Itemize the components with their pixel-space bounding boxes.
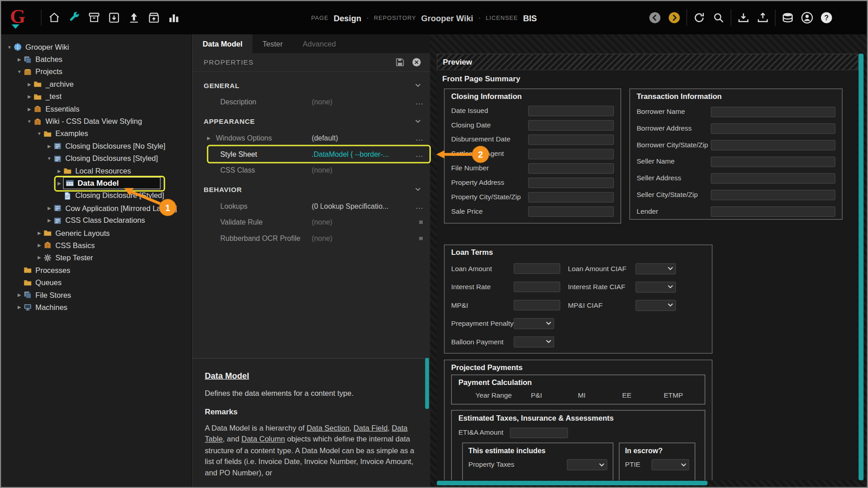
- scrollbar[interactable]: [859, 54, 863, 480]
- scrollbar[interactable]: [437, 481, 708, 485]
- mp-i-ciaf-dropdown[interactable]: [636, 300, 676, 310]
- tree-item-wiki-css-data-view-styling[interactable]: ▼Wiki - CSS Data View Styling: [1, 115, 191, 127]
- tree-item-test[interactable]: ▶_test: [1, 90, 191, 103]
- tools-icon[interactable]: [67, 10, 81, 25]
- expander-icon[interactable]: ▶: [25, 82, 33, 87]
- text-input-property-address[interactable]: [528, 177, 614, 188]
- publish-box-icon[interactable]: [146, 10, 161, 25]
- text-input-file-number[interactable]: [528, 163, 614, 174]
- selected-node-box[interactable]: Data Model: [63, 177, 161, 189]
- forward-icon[interactable]: [667, 10, 682, 25]
- prop-row-rubberband-ocr-profile[interactable]: Rubberband OCR Profile(none)≡: [193, 230, 430, 246]
- help-link[interactable]: Data Field: [354, 424, 387, 432]
- tab-advanced[interactable]: Advanced: [292, 34, 346, 53]
- tree-item-examples[interactable]: ▼Examples: [1, 128, 191, 140]
- etia-amount-input[interactable]: [510, 427, 568, 438]
- expander-icon[interactable]: ▶: [35, 243, 43, 248]
- tree-item-step-tester[interactable]: ▶Step Tester: [1, 252, 191, 264]
- tree-item-cow-application-mirrored-layout[interactable]: ▶Cow Application [Mirrored Layout]: [1, 202, 191, 214]
- tree-item-processes[interactable]: Processes: [1, 264, 191, 276]
- expander-icon[interactable]: ▼: [25, 119, 33, 124]
- expander-icon[interactable]: ▶: [207, 136, 216, 141]
- text-input-date-issued[interactable]: [528, 105, 614, 116]
- text-input-lender[interactable]: [711, 206, 835, 216]
- tree-item-data-model[interactable]: ▶Data Model: [1, 177, 191, 189]
- help-icon[interactable]: ?: [819, 10, 834, 25]
- section-appearance[interactable]: APPEARANCE: [193, 113, 430, 130]
- text-input-borrower-address[interactable]: [711, 123, 835, 133]
- ellipsis-button[interactable]: ...: [409, 134, 424, 142]
- loan-amount-input[interactable]: [514, 263, 560, 274]
- tree-item-machines[interactable]: ▶Machines: [1, 301, 191, 313]
- text-input-seller-address[interactable]: [711, 173, 835, 183]
- expander-icon[interactable]: ▶: [45, 144, 53, 149]
- text-input-disbursement-date[interactable]: [528, 134, 614, 145]
- prop-row-css-class[interactable]: CSS Class(none): [193, 162, 430, 178]
- expander-icon[interactable]: ▶: [45, 206, 53, 211]
- expander-icon[interactable]: ▼: [35, 131, 43, 136]
- menu-icon[interactable]: ≡: [409, 218, 424, 226]
- expander-icon[interactable]: ▶: [15, 57, 23, 62]
- expander-icon[interactable]: ▼: [15, 70, 23, 75]
- upload-arrow-icon[interactable]: [127, 10, 141, 25]
- expander-icon[interactable]: ▶: [15, 305, 23, 310]
- tree-item-generic-layouts[interactable]: ▶Generic Layouts: [1, 227, 191, 239]
- help-link[interactable]: Data Column: [241, 435, 285, 443]
- archive-icon[interactable]: [87, 10, 101, 25]
- user-icon[interactable]: [800, 10, 814, 25]
- prop-row-windows-options[interactable]: ▶Windows Options(default)...: [193, 130, 430, 146]
- tab-tester[interactable]: Tester: [252, 34, 292, 53]
- text-input-settlement-agent[interactable]: [528, 149, 614, 159]
- upload-icon[interactable]: [755, 10, 770, 25]
- download-icon[interactable]: [736, 10, 751, 25]
- expander-icon[interactable]: ▶: [45, 218, 53, 223]
- expander-icon[interactable]: ▼: [5, 45, 13, 50]
- tree-item-css-basics[interactable]: ▶CSS Basics: [1, 239, 191, 251]
- prop-value[interactable]: (0 Lookup Specificatio...: [311, 202, 409, 210]
- ellipsis-button[interactable]: ...: [409, 98, 424, 106]
- help-link[interactable]: Data Section: [307, 424, 349, 432]
- close-icon[interactable]: [410, 56, 422, 68]
- refresh-icon[interactable]: [692, 10, 707, 25]
- ptie-dropdown[interactable]: [651, 459, 689, 470]
- expander-icon[interactable]: ▶: [55, 169, 63, 174]
- menu-icon[interactable]: ≡: [409, 234, 424, 242]
- expander-icon[interactable]: ▶: [35, 230, 43, 235]
- scrollbar[interactable]: [425, 358, 429, 409]
- text-input-borrower-name[interactable]: [711, 107, 835, 117]
- expander-icon[interactable]: ▼: [45, 156, 53, 161]
- back-icon[interactable]: [648, 10, 662, 25]
- text-input-sale-price[interactable]: [528, 206, 614, 216]
- expander-icon[interactable]: ▶: [55, 181, 63, 186]
- prop-value[interactable]: .DataModel { --border-...: [311, 150, 409, 158]
- prop-value[interactable]: (none): [311, 234, 409, 242]
- prop-value[interactable]: (none): [311, 98, 409, 106]
- section-behavior[interactable]: BEHAVIOR: [193, 182, 430, 198]
- loan-amount-ciaf-dropdown[interactable]: [636, 263, 676, 274]
- prepayment-penalty-dropdown[interactable]: [514, 318, 554, 328]
- balloon-payment-dropdown[interactable]: [514, 336, 554, 347]
- property-taxes-dropdown[interactable]: [567, 459, 607, 470]
- tree-item-batches[interactable]: ▶Batches: [1, 53, 191, 66]
- tree-item-css-class-declarations[interactable]: ▶CSS Class Declarations: [1, 214, 191, 226]
- expander-icon[interactable]: ▶: [25, 107, 33, 112]
- section-general[interactable]: GENERAL: [193, 77, 430, 94]
- mp-i-input[interactable]: [514, 300, 560, 310]
- import-box-icon[interactable]: [107, 10, 121, 25]
- page-value[interactable]: Design: [334, 13, 361, 23]
- text-input-closing-date[interactable]: [528, 120, 614, 130]
- text-input-seller-city-state-zip[interactable]: [711, 189, 835, 200]
- interest-rate-ciaf-dropdown[interactable]: [636, 282, 676, 292]
- prop-row-lookups[interactable]: Lookups(0 Lookup Specificatio......: [193, 198, 430, 214]
- expander-icon[interactable]: ▶: [15, 292, 23, 297]
- text-input-seller-name[interactable]: [711, 156, 835, 167]
- tree-item-closing-disclosures-no-style[interactable]: ▶Closing Disclosures [No Style]: [1, 140, 191, 152]
- ellipsis-button[interactable]: ...: [409, 202, 424, 210]
- prop-row-style-sheet[interactable]: Style Sheet.DataModel { --border-......: [193, 146, 430, 162]
- search-icon[interactable]: [711, 10, 726, 25]
- prop-row-description[interactable]: Description(none)...: [193, 94, 430, 110]
- tree-item-closing-disclosures-styled[interactable]: ▼Closing Disclosures [Styled]: [1, 152, 191, 164]
- tree-item-archive[interactable]: ▶_archive: [1, 78, 191, 90]
- text-input-borrower-city-state-zip[interactable]: [711, 140, 835, 150]
- expander-icon[interactable]: ▶: [35, 255, 43, 260]
